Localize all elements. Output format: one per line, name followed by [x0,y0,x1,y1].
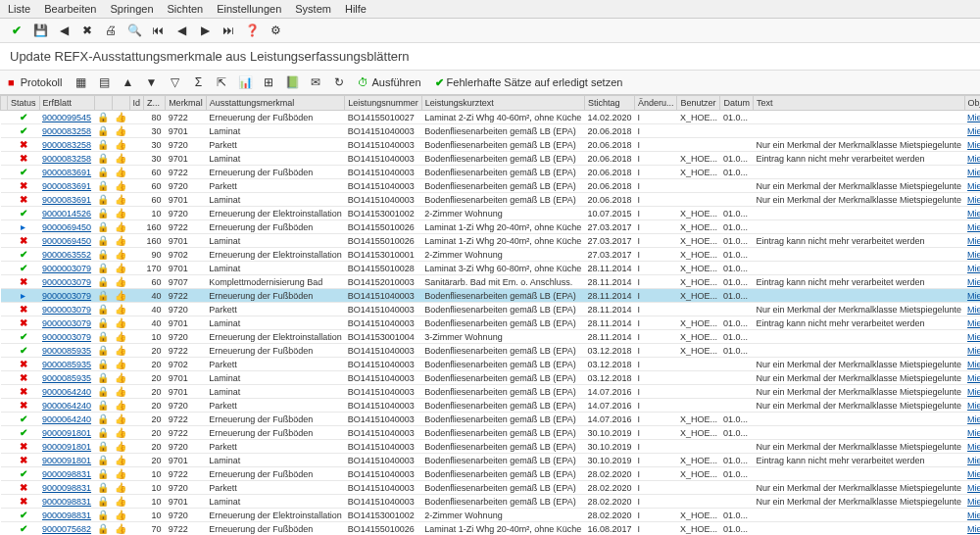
table-row[interactable]: ✔9000064240🔒👍209722Erneuerung der Fußböd… [1,413,981,426]
table-row[interactable]: ✔9000083258🔒👍309701LaminatBO14151040003B… [1,124,981,138]
back-icon[interactable]: ◀ [55,22,73,39]
object-link[interactable]: Mieteinheit 1200/2021/28 [967,332,980,342]
erfblatt-link[interactable]: 9000075682 [42,524,91,534]
table-row[interactable]: ✖9000091801🔒👍209701LaminatBO14151040003B… [1,454,981,467]
erfblatt-link[interactable]: 9000098831 [42,469,91,479]
erfblatt-link[interactable]: 9000064240 [42,387,91,397]
erfblatt-link[interactable]: 9000085935 [42,360,91,369]
erfblatt-link[interactable]: 9000083258 [42,126,91,136]
object-link[interactable]: Mieteinheit 1200/2021/9 [967,140,980,150]
table-row[interactable]: ▸9000069450🔒👍1609722Erneuerung der Fußbö… [1,220,981,234]
table-row[interactable]: ✖9000003079🔒👍409720ParkettBO14151040003B… [1,303,981,316]
object-link[interactable]: Mieteinheit 1200/2021/9 [967,154,980,164]
erfblatt-link[interactable]: 9000083258 [42,140,91,150]
menu-sichten[interactable]: Sichten [168,3,204,15]
table-row[interactable]: ✔9000003079🔒👍1709701LaminatBO14155010028… [1,262,981,275]
sort-desc-icon[interactable]: ▼ [142,73,160,91]
object-link[interactable]: Mieteinheit 1200/2021/31 [967,414,980,424]
col-header[interactable]: Status [8,96,40,111]
col-header[interactable]: Änderu... [634,96,677,111]
refresh-icon[interactable]: ↻ [330,73,348,91]
object-link[interactable]: Mieteinheit 1200/2021/29 [967,346,980,356]
table-row[interactable]: ✖9000085935🔒👍209702ParkettBO14151040003B… [1,358,981,371]
col-header[interactable]: Merkmal [166,96,207,111]
object-link[interactable]: Mieteinheit 1200/2021/29 [967,373,980,383]
erfblatt-link[interactable]: 9000064240 [42,401,91,411]
last-icon[interactable]: ⏭ [220,22,237,39]
object-link[interactable]: Mieteinheit 1200/2021/11 [967,181,980,191]
col-header[interactable] [1,96,8,111]
mail-icon[interactable]: ✉ [307,73,324,91]
object-link[interactable]: Mieteinheit 1200/2021/31 [967,401,980,411]
col-header[interactable]: ErfBlatt [39,96,94,111]
table-row[interactable]: ✖9000064240🔒👍209701LaminatBO14151040003B… [1,385,981,399]
object-link[interactable]: Mieteinheit 1200/2021/29 [967,360,980,369]
table-row[interactable]: ✖9000083691🔒👍609720ParkettBO14151040003B… [1,179,981,193]
erfblatt-link[interactable]: 9000003079 [42,305,91,315]
next-icon[interactable]: ▶ [196,22,214,39]
sum-icon[interactable]: Σ [189,73,207,91]
erfblatt-link[interactable]: 9000098831 [42,511,91,520]
menu-bearbeiten[interactable]: Bearbeiten [44,3,96,15]
erfblatt-link[interactable]: 9000063552 [42,250,91,260]
erfblatt-link[interactable]: 9000091801 [42,428,91,438]
erfblatt-link[interactable]: 9000098831 [42,497,91,507]
filter-icon[interactable]: ▽ [166,73,183,91]
col-header[interactable]: Objektidentifikation [964,96,980,111]
col-header[interactable]: Benutzer [677,96,720,111]
print-icon[interactable]: 🖨 [102,22,120,39]
table-row[interactable]: ✔9000099545🔒👍809722Erneuerung der Fußböd… [1,111,981,124]
table-row[interactable]: ✖9000083258🔒👍309701LaminatBO14151040003B… [1,152,981,166]
col-header[interactable] [94,96,112,111]
object-link[interactable]: Mieteinheit 1200/2021/47 [967,497,980,507]
table-row[interactable]: ▸9000003079🔒👍409722Erneuerung der Fußböd… [1,289,981,303]
object-link[interactable]: Mieteinheit 1200/2021/33 [967,456,980,465]
erfblatt-link[interactable]: 9000003079 [42,318,91,328]
object-link[interactable]: Mieteinheit 1200/2021/11 [967,195,980,205]
erfblatt-link[interactable]: 9000003079 [42,332,91,342]
table-row[interactable]: ✔9000085935🔒👍209722Erneuerung der Fußböd… [1,344,981,358]
erfblatt-link[interactable]: 9000064240 [42,414,91,424]
col-header[interactable]: Z... [144,96,166,111]
menu-springen[interactable]: Springen [110,3,153,15]
erfblatt-link[interactable]: 9000083691 [42,195,91,205]
object-link[interactable]: Mieteinheit 1200/2021/28 [967,305,980,315]
erfblatt-link[interactable]: 9000091801 [42,456,91,465]
erfblatt-link[interactable]: 9000098831 [42,483,91,493]
col-header[interactable] [112,96,129,111]
exit-icon[interactable]: ✖ [78,22,96,39]
menu-hilfe[interactable]: Hilfe [345,3,367,15]
col-header[interactable]: Leistungsnummer [345,96,422,111]
sort-asc-icon[interactable]: ▲ [119,73,136,91]
protokoll-label[interactable]: Protokoll [21,76,63,88]
find-icon[interactable]: 🔍 [125,22,143,39]
execute-button[interactable]: ⏱Ausführen [354,76,424,88]
col-header[interactable]: Stichtag [584,96,634,111]
grid-tool-2[interactable]: ▤ [95,73,113,91]
object-link[interactable]: Mieteinheit 1200/2021/33 [967,442,980,452]
erfblatt-link[interactable]: 9000003079 [42,277,91,287]
layout-icon[interactable]: ⊞ [260,73,277,91]
erfblatt-link[interactable]: 9000085935 [42,373,91,383]
object-link[interactable]: Mieteinheit 1200/2021/17 [967,236,980,246]
object-link[interactable]: Mieteinheit 1200/2021/17 [967,209,980,219]
settings-icon[interactable]: ⚙ [267,22,284,39]
table-row[interactable]: ✖9000003079🔒👍609707Komplettmodernisierun… [1,275,981,289]
table-row[interactable]: ✔9000091801🔒👍209722Erneuerung der Fußböd… [1,426,981,440]
erfblatt-link[interactable]: 9000099545 [42,113,91,122]
object-link[interactable]: Mieteinheit 1200/2021/33 [967,428,980,438]
erfblatt-link[interactable]: 9000083258 [42,154,91,164]
table-row[interactable]: ✔9000003079🔒👍109720Erneuerung der Elektr… [1,330,981,344]
table-row[interactable]: ✔9000075682🔒👍709722Erneuerung der Fußböd… [1,522,981,536]
object-link[interactable]: Mieteinheit 1200/2021/49 [967,524,980,534]
erfblatt-link[interactable]: 9000003079 [42,291,91,301]
object-link[interactable]: Mieteinheit 1200/2021/47 [967,511,980,520]
data-grid[interactable]: StatusErfBlattIdZ...MerkmalAusstattungsm… [0,95,980,535]
mark-done-button[interactable]: ✔Fehlerhafte Sätze auf erledigt setzen [431,76,627,89]
export-icon[interactable]: ⇱ [213,73,230,91]
table-row[interactable]: ✔9000098831🔒👍109720Erneuerung der Elektr… [1,509,981,522]
table-row[interactable]: ✖9000085935🔒👍209701LaminatBO14151040003B… [1,371,981,385]
erfblatt-link[interactable]: 9000014526 [42,209,91,219]
object-link[interactable]: Mieteinheit 1200/104/2 [967,113,980,122]
erfblatt-link[interactable]: 9000069450 [42,236,91,246]
